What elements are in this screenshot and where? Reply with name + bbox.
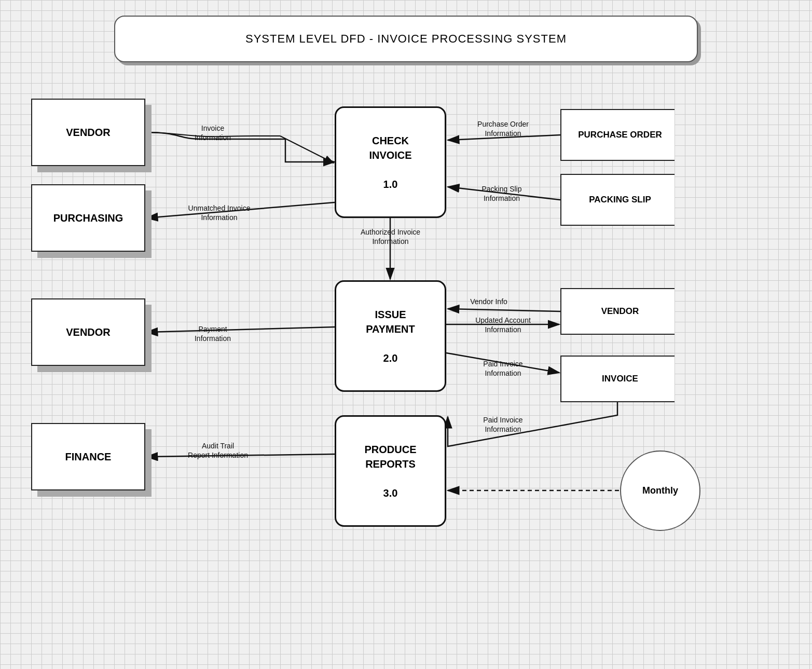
process-produce-reports: PRODUCE REPORTS 3.0: [335, 415, 446, 527]
monthly-circle: Monthly: [620, 450, 700, 531]
label-payment-info: Payment Information: [171, 324, 254, 343]
label-updated-account: Updated Account Information: [458, 316, 548, 334]
svg-line-10: [448, 309, 560, 311]
label-invoice-info: Invoice Information: [171, 124, 254, 142]
label-vendor-info: Vendor Info: [458, 297, 520, 306]
datastore-invoice: INVOICE: [560, 356, 675, 402]
label-purchase-order-info: Purchase Order Information: [458, 119, 548, 138]
datastore-vendor: VENDOR: [560, 288, 675, 335]
datastore-purchase-order: PURCHASE ORDER: [560, 109, 675, 161]
process-check-invoice: CHECK INVOICE 1.0: [335, 106, 446, 218]
datastore-packing-slip: PACKING SLIP: [560, 174, 675, 226]
label-paid-invoice2: Paid Invoice Information: [458, 415, 548, 434]
svg-line-2: [280, 136, 334, 163]
title-text: SYSTEM LEVEL DFD - INVOICE PROCESSING SY…: [245, 32, 567, 46]
diagram-container: SYSTEM LEVEL DFD - INVOICE PROCESSING SY…: [0, 0, 812, 669]
entity-finance: FINANCE: [31, 423, 145, 490]
entity-purchasing: PURCHASING: [31, 184, 145, 252]
process-issue-payment: ISSUE PAYMENT 2.0: [335, 280, 446, 392]
entity-vendor1: VENDOR: [31, 99, 145, 166]
entity-vendor2: VENDOR: [31, 298, 145, 366]
label-paid-invoice1: Paid Invoice Information: [458, 359, 548, 378]
label-packing-slip-info: Packing Slip Information: [458, 184, 546, 203]
label-audit-trail: Audit Trail Report Information: [166, 441, 270, 460]
label-authorized-invoice: Authorized Invoice Information: [335, 227, 446, 246]
title-box: SYSTEM LEVEL DFD - INVOICE PROCESSING SY…: [114, 16, 698, 62]
label-unmatched-invoice: Unmatched Invoice Information: [171, 203, 267, 222]
